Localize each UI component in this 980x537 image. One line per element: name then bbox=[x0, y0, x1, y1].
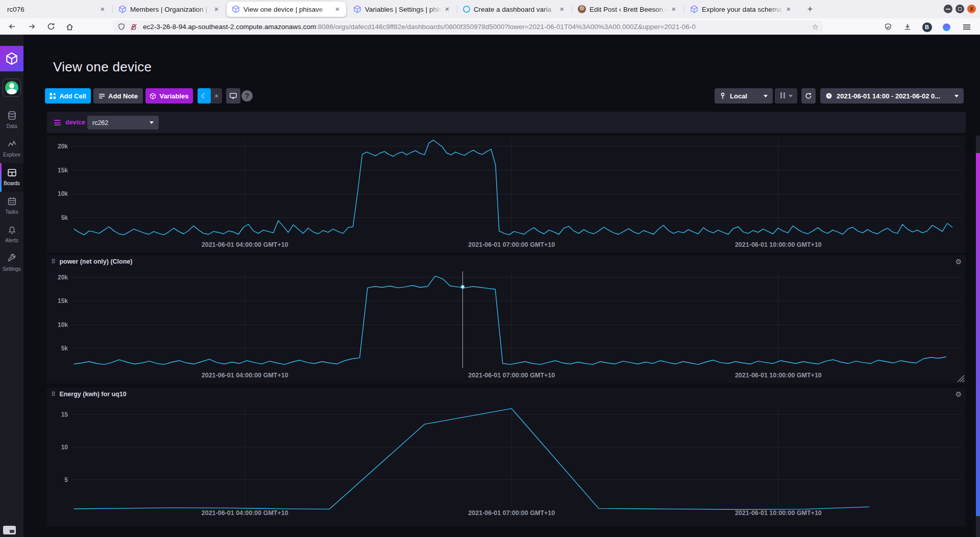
cell-title: power (net only) (Clone) bbox=[59, 258, 132, 265]
tab-close-icon[interactable]: × bbox=[98, 5, 107, 14]
pause-refresh-button[interactable] bbox=[775, 88, 797, 104]
variable-value: rc262 bbox=[92, 119, 150, 126]
svg-text:2021-06-01 04:00:00 GMT+10: 2021-06-01 04:00:00 GMT+10 bbox=[202, 241, 288, 248]
screen: rc076 × Members | Organization | × View … bbox=[0, 0, 980, 537]
sidebar-item-label: Boards bbox=[0, 181, 23, 186]
tab-close-icon[interactable]: × bbox=[557, 5, 567, 14]
sidebar-item-explore[interactable]: Explore bbox=[0, 135, 23, 163]
influxdb-logo[interactable] bbox=[0, 46, 23, 71]
sidebar-item-label: Tasks bbox=[0, 209, 23, 215]
svg-text:10k: 10k bbox=[58, 321, 68, 328]
resize-handle-icon[interactable] bbox=[957, 375, 965, 382]
home-button[interactable] bbox=[63, 20, 76, 33]
scrollbar-thumb[interactable] bbox=[976, 153, 980, 516]
forward-button[interactable] bbox=[26, 20, 38, 33]
browser-tab-edit-post[interactable]: Edit Post ‹ Brett Beeson – × bbox=[573, 2, 682, 17]
drag-handle-icon[interactable]: ⠿ bbox=[51, 391, 56, 398]
add-cell-button[interactable]: Add Cell bbox=[45, 88, 91, 104]
back-button[interactable] bbox=[6, 20, 18, 33]
browser-tab-members[interactable]: Members | Organization | × bbox=[113, 2, 225, 17]
energy-chart[interactable]: 2021-06-01 04:00:00 GMT+102021-06-01 07:… bbox=[47, 401, 966, 526]
add-note-button[interactable]: Add Note bbox=[93, 88, 143, 104]
theme-toggle[interactable]: ☾ ☀ bbox=[198, 88, 222, 104]
svg-text:10k: 10k bbox=[58, 190, 68, 197]
sidebar-item-alerts[interactable]: Alerts bbox=[0, 220, 23, 249]
menu-icon[interactable] bbox=[961, 21, 973, 33]
downloads-icon[interactable] bbox=[901, 21, 914, 33]
account-avatar-icon[interactable]: B bbox=[921, 21, 933, 33]
database-icon bbox=[7, 111, 17, 120]
insecure-lock-icon[interactable] bbox=[130, 23, 138, 31]
window-maximize-button[interactable] bbox=[955, 5, 964, 13]
extension-icon[interactable] bbox=[940, 21, 952, 33]
variable-drag-icon[interactable] bbox=[54, 119, 61, 126]
chevron-down-icon bbox=[954, 95, 959, 97]
tab-close-icon[interactable]: × bbox=[669, 5, 678, 14]
svg-text:20k: 20k bbox=[58, 143, 68, 150]
sidebar-item-settings[interactable]: Settings bbox=[0, 249, 23, 277]
variables-label: Variables bbox=[159, 92, 188, 100]
variable-name: device bbox=[65, 119, 85, 126]
drag-handle-icon[interactable]: ⠿ bbox=[51, 258, 56, 265]
url-path: :8086/orgs/dafecd146c9ff82e/dashboards/0… bbox=[316, 23, 808, 31]
tab-title: View one device | phisave bbox=[243, 6, 333, 13]
gear-icon[interactable]: ⚙ bbox=[955, 390, 962, 398]
browser-tab-variables-settings[interactable]: Variables | Settings | phisa × bbox=[348, 2, 456, 17]
browser-navbar: ec2-3-26-8-94.ap-southeast-2.compute.ama… bbox=[0, 18, 980, 35]
sidebar: Data Explore Boards Tasks Alerts bbox=[0, 35, 23, 537]
chevron-down-icon bbox=[789, 95, 793, 97]
svg-text:5k: 5k bbox=[61, 345, 68, 352]
influxdb-favicon-icon bbox=[353, 5, 361, 13]
chevron-down-icon bbox=[764, 95, 768, 97]
bookmark-star-icon[interactable]: ☆ bbox=[812, 22, 819, 32]
svg-text:2021-06-01 07:00:00 GMT+10: 2021-06-01 07:00:00 GMT+10 bbox=[468, 241, 555, 248]
pin-icon bbox=[720, 92, 726, 99]
light-mode-icon[interactable]: ☀ bbox=[211, 88, 222, 104]
sidebar-item-tasks[interactable]: Tasks bbox=[0, 192, 23, 220]
variables-button[interactable]: Variables bbox=[145, 88, 193, 104]
refresh-button[interactable] bbox=[801, 88, 816, 104]
window-minimize-button[interactable] bbox=[944, 5, 952, 13]
reload-button[interactable] bbox=[45, 20, 57, 33]
tab-close-icon[interactable]: × bbox=[212, 5, 221, 14]
timezone-dropdown[interactable]: Local bbox=[715, 88, 773, 104]
tab-close-icon[interactable]: × bbox=[443, 5, 452, 14]
svg-text:2021-06-01 10:00:00 GMT+10: 2021-06-01 10:00:00 GMT+10 bbox=[735, 509, 822, 517]
protection-shield-icon[interactable] bbox=[882, 21, 894, 33]
dark-mode-icon[interactable]: ☾ bbox=[198, 88, 211, 104]
graph-line-icon bbox=[7, 139, 17, 149]
scrollbar-track[interactable] bbox=[976, 136, 980, 537]
sidebar-item-data[interactable]: Data bbox=[0, 106, 23, 135]
tab-title: rc076 bbox=[7, 6, 98, 13]
svg-text:2021-06-01 10:00:00 GMT+10: 2021-06-01 10:00:00 GMT+10 bbox=[735, 241, 822, 248]
time-range-dropdown[interactable]: 2021-06-01 14:00 - 2021-06-02 0... bbox=[820, 88, 964, 104]
tab-close-icon[interactable]: × bbox=[333, 5, 342, 14]
url-domain: ec2-3-26-8-94.ap-southeast-2.compute.ama… bbox=[143, 23, 316, 31]
browser-tab-view-one-device[interactable]: View one device | phisave × bbox=[227, 2, 346, 17]
user-avatar[interactable] bbox=[3, 79, 21, 97]
picture-in-picture-indicator-icon bbox=[3, 526, 16, 534]
influxdb-app: Data Explore Boards Tasks Alerts bbox=[0, 35, 980, 537]
sidebar-item-boards[interactable]: Boards bbox=[0, 163, 23, 192]
browser-tab-create-dashboard[interactable]: Create a dashboard varia × bbox=[458, 2, 571, 17]
tab-title: Edit Post ‹ Brett Beeson – bbox=[590, 6, 669, 13]
help-button[interactable]: ? bbox=[241, 90, 253, 101]
svg-text:5: 5 bbox=[64, 476, 68, 483]
power-chart[interactable]: 2021-06-01 04:00:00 GMT+102021-06-01 07:… bbox=[47, 136, 966, 253]
browser-tab-rc076[interactable]: rc076 × bbox=[2, 2, 111, 17]
window-close-button[interactable]: x bbox=[967, 5, 976, 13]
svg-text:20k: 20k bbox=[58, 274, 68, 281]
cube-icon bbox=[150, 93, 156, 99]
timezone-label: Local bbox=[730, 92, 760, 100]
wrench-icon bbox=[7, 253, 17, 263]
browser-tab-explore-schema[interactable]: Explore your data schema × bbox=[685, 2, 797, 17]
tab-close-icon[interactable]: × bbox=[784, 5, 793, 14]
new-tab-button[interactable]: + bbox=[803, 3, 817, 15]
presentation-mode-button[interactable] bbox=[226, 88, 240, 104]
cell-power-clone: ⠿ power (net only) (Clone) ⚙ 2021-06-01 … bbox=[47, 255, 966, 383]
url-bar[interactable]: ec2-3-26-8-94.ap-southeast-2.compute.ama… bbox=[113, 20, 823, 33]
power-clone-chart[interactable]: 2021-06-01 04:00:00 GMT+102021-06-01 07:… bbox=[47, 268, 966, 383]
gear-icon[interactable]: ⚙ bbox=[955, 258, 962, 266]
shield-icon[interactable] bbox=[117, 23, 126, 31]
device-variable-dropdown[interactable]: rc262 bbox=[87, 116, 159, 130]
